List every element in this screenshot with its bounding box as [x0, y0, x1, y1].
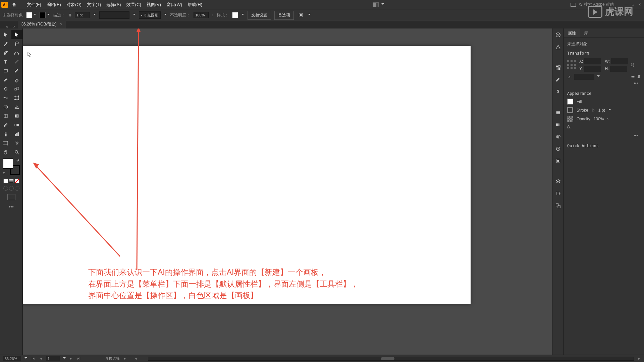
free-transform-tool[interactable]: [11, 93, 23, 102]
draw-normal[interactable]: [3, 186, 8, 191]
stroke-dropdown-icon[interactable]: [47, 14, 50, 16]
width-tool[interactable]: [0, 93, 11, 102]
tab-group-arrow-icon[interactable]: «: [3, 25, 11, 28]
x-input[interactable]: [584, 58, 601, 64]
y-input[interactable]: [584, 66, 601, 72]
scale-tool[interactable]: [11, 84, 23, 93]
menu-edit[interactable]: 编辑(E): [44, 0, 64, 9]
appearance-stroke-swatch[interactable]: [567, 107, 573, 113]
menu-type[interactable]: 文字(T): [84, 0, 104, 9]
tab-close-icon[interactable]: ×: [60, 22, 62, 27]
canvas-area[interactable]: 下面我们来认识一下AI的操作界面，点击AI界面的【新建】一个画板， 在界面上方是…: [23, 28, 552, 355]
variable-width-profile[interactable]: [99, 11, 129, 19]
style-swatch[interactable]: [232, 12, 238, 18]
eraser-tool[interactable]: [11, 75, 23, 84]
appearance-stroke-dropdown-icon[interactable]: [608, 109, 611, 112]
direct-selection-tool[interactable]: [11, 30, 23, 39]
stroke-panel-icon[interactable]: [554, 109, 562, 116]
opacity-input[interactable]: [194, 12, 209, 18]
menu-object[interactable]: 对象(O): [64, 0, 84, 9]
line-tool[interactable]: [11, 57, 23, 66]
rectangle-tool[interactable]: [0, 66, 11, 75]
color-guide-panel-icon[interactable]: [554, 43, 562, 51]
menu-window[interactable]: 窗口(W): [164, 0, 185, 9]
selection-tool[interactable]: [0, 30, 11, 39]
blend-tool[interactable]: [11, 120, 23, 129]
last-artboard-icon[interactable]: ▸|: [76, 356, 82, 361]
symbol-sprayer-tool[interactable]: [0, 129, 11, 138]
shape-builder-tool[interactable]: [0, 102, 11, 111]
symbols-panel-icon[interactable]: [554, 88, 562, 96]
color-mode-gradient[interactable]: [9, 179, 14, 183]
style-dropdown-icon[interactable]: [241, 14, 244, 16]
fill-swatch[interactable]: [26, 12, 32, 18]
brush-definition[interactable]: 3 点圆形: [139, 11, 161, 19]
zoom-tool[interactable]: [11, 147, 23, 157]
fill-color-box[interactable]: [3, 159, 13, 169]
status-flyout-icon[interactable]: ▸: [123, 356, 127, 361]
stroke-stepper-icon[interactable]: ⇅: [68, 13, 71, 17]
lasso-tool[interactable]: [11, 39, 23, 48]
brush-dropdown-icon[interactable]: [164, 14, 167, 16]
zoom-level[interactable]: 36.26%: [3, 356, 21, 361]
appearance-stroke-stepper-icon[interactable]: ⇅: [592, 108, 595, 113]
brushes-panel-icon[interactable]: [554, 76, 562, 83]
stroke-swatch[interactable]: [40, 12, 46, 18]
next-artboard-icon[interactable]: ▸: [69, 356, 73, 361]
reference-point-selector[interactable]: [567, 60, 577, 70]
appearance-opacity-value[interactable]: 100%: [594, 117, 604, 121]
shaper-tool[interactable]: [0, 75, 11, 84]
stroke-weight-input[interactable]: [75, 12, 90, 18]
maximize-icon[interactable]: □: [630, 2, 636, 7]
prev-artboard-icon[interactable]: ◂: [39, 356, 43, 361]
artboards-panel-icon[interactable]: [554, 202, 562, 209]
swatches-panel-icon[interactable]: [554, 64, 562, 71]
tab-libraries[interactable]: 库: [580, 28, 592, 38]
artboard[interactable]: [23, 46, 471, 304]
horizontal-scrollbar[interactable]: [148, 357, 634, 361]
artboard-number-input[interactable]: 1: [46, 356, 60, 361]
fx-label[interactable]: fx.: [567, 125, 572, 129]
zoom-dropdown-icon[interactable]: [24, 357, 27, 360]
scroll-left-icon[interactable]: ◂: [134, 356, 138, 361]
close-icon[interactable]: ✕: [637, 2, 643, 7]
flip-vertical-icon[interactable]: ⇵: [637, 74, 641, 79]
tab-properties[interactable]: 属性: [564, 28, 580, 38]
transform-more-icon[interactable]: •••: [567, 80, 641, 87]
screen-mode-button[interactable]: [7, 194, 15, 200]
first-artboard-icon[interactable]: |◂: [31, 356, 36, 361]
perspective-grid-tool[interactable]: [11, 102, 23, 111]
menu-effect[interactable]: 效果(C): [124, 0, 144, 9]
menu-view[interactable]: 视图(V): [144, 0, 164, 9]
menu-help[interactable]: 帮助(H): [185, 0, 205, 9]
graphic-styles-panel-icon[interactable]: [554, 157, 562, 165]
draw-behind[interactable]: [9, 186, 14, 191]
fill-dropdown-icon[interactable]: [34, 14, 36, 16]
color-mode-solid[interactable]: [3, 179, 8, 183]
color-panel-icon[interactable]: [554, 31, 562, 39]
h-input[interactable]: [610, 66, 627, 72]
appearance-fill-swatch[interactable]: [567, 99, 573, 105]
type-tool[interactable]: T: [0, 57, 11, 66]
document-setup-button[interactable]: 文档设置: [248, 11, 271, 20]
appearance-more-icon[interactable]: •••: [567, 132, 641, 139]
opacity-flyout-icon[interactable]: ›: [212, 13, 213, 17]
curvature-tool[interactable]: [11, 48, 23, 57]
fill-stroke-indicator[interactable]: ⇄ ◻: [3, 159, 20, 175]
magic-wand-tool[interactable]: [0, 39, 11, 48]
mesh-tool[interactable]: [0, 111, 11, 120]
draw-inside[interactable]: [15, 186, 19, 191]
appearance-stroke-value[interactable]: 1 pt: [598, 108, 605, 113]
search-box[interactable]: 搜索 Adobe 帮助: [579, 2, 614, 7]
paintbrush-tool[interactable]: [11, 66, 23, 75]
align-dropdown-icon[interactable]: [308, 14, 311, 16]
asset-export-panel-icon[interactable]: [554, 190, 562, 197]
flip-horizontal-icon[interactable]: ⇋: [631, 74, 635, 79]
arrange-docs-icon[interactable]: [571, 3, 576, 7]
layers-panel-icon[interactable]: [554, 178, 562, 185]
link-wh-icon[interactable]: ⛓: [631, 63, 635, 67]
eyedropper-tool[interactable]: [0, 120, 11, 129]
transparency-panel-icon[interactable]: [554, 133, 562, 140]
workspace-switcher-icon[interactable]: [373, 2, 379, 7]
preferences-button[interactable]: 首选项: [274, 11, 294, 20]
